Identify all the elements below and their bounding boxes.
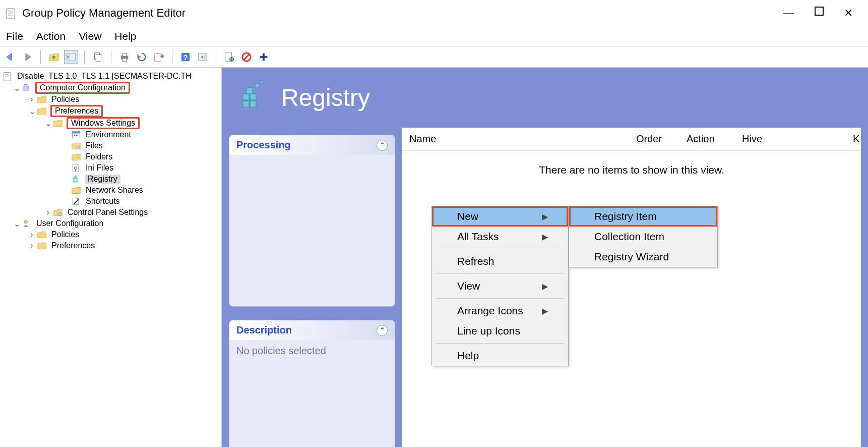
context-menu: New▶ All Tasks▶ Refresh View▶ Arrange Ic… <box>431 206 569 366</box>
tree-windows-settings[interactable]: Windows Settings <box>67 117 140 129</box>
toolbar: ? <box>0 46 868 68</box>
ctx-line-up-icons[interactable]: Line up Icons <box>432 321 568 341</box>
svg-rect-35 <box>73 181 75 183</box>
chevron-right-icon: ▶ <box>542 282 548 291</box>
print-button[interactable] <box>117 50 132 64</box>
svg-rect-26 <box>73 131 80 133</box>
options-button[interactable] <box>222 50 236 64</box>
export-button[interactable] <box>152 50 166 64</box>
context-submenu-new: Registry Item Collection Item Registry W… <box>569 206 718 267</box>
show-hide-action-pane-button[interactable] <box>196 50 210 64</box>
tree-shortcuts[interactable]: Shortcuts <box>85 197 121 206</box>
minimize-button[interactable]: — <box>783 7 794 20</box>
tree-preferences[interactable]: Preferences <box>50 105 103 117</box>
processing-title: Processing <box>236 139 291 151</box>
svg-rect-7 <box>96 54 101 61</box>
ctx-collection-item[interactable]: Collection Item <box>569 227 717 247</box>
tree-pane: Disable_TLS 1.0_TLS 1.1 [SECMASTER-DC.TH… <box>0 68 222 447</box>
svg-rect-46 <box>246 88 253 94</box>
menu-view[interactable]: View <box>79 30 101 42</box>
tree-root-label: Disable_TLS 1.0_TLS 1.1 [SECMASTER-DC.TH <box>16 72 193 81</box>
svg-line-19 <box>244 54 250 60</box>
svg-rect-45 <box>250 101 256 107</box>
tree-network-shares[interactable]: Network Shares <box>85 186 144 195</box>
chevron-right-icon: ▶ <box>542 212 548 221</box>
maximize-button[interactable] <box>815 7 824 16</box>
tree-files[interactable]: Files <box>85 141 104 150</box>
tree-ini-files[interactable]: Ini Files <box>85 163 114 173</box>
svg-point-41 <box>24 220 28 224</box>
content-pane: Registry Processing⌃ Description⌃ No pol… <box>222 68 868 447</box>
svg-rect-16 <box>225 52 232 61</box>
menu-action[interactable]: Action <box>36 30 66 42</box>
help-button[interactable]: ? <box>178 50 193 64</box>
col-action[interactable]: Action <box>679 133 735 145</box>
svg-rect-23 <box>23 86 29 90</box>
collapse-icon[interactable]: ⌃ <box>377 140 388 151</box>
ctx-view[interactable]: View▶ <box>432 276 568 296</box>
svg-point-40 <box>58 212 61 216</box>
tree-environment[interactable]: Environment <box>85 130 132 139</box>
svg-rect-47 <box>255 84 259 88</box>
list-header: Name Order Action Hive K <box>402 128 861 151</box>
description-panel: Description⌃ No policies selected <box>229 320 395 447</box>
svg-rect-36 <box>76 181 78 183</box>
tree-computer-configuration[interactable]: Computer Configuration <box>35 82 130 94</box>
window-controls: — ✕ <box>783 7 863 20</box>
ctx-refresh[interactable]: Refresh <box>432 251 568 271</box>
registry-icon <box>238 79 270 117</box>
chevron-right-icon: ▶ <box>542 232 548 242</box>
svg-point-29 <box>77 146 80 149</box>
menu-help[interactable]: Help <box>114 30 136 42</box>
copy-button[interactable] <box>91 50 105 64</box>
content-header: Registry <box>222 68 868 128</box>
svg-rect-44 <box>243 101 249 107</box>
show-hide-tree-button[interactable] <box>64 50 78 64</box>
description-text: No policies selected <box>236 345 326 356</box>
close-button[interactable]: ✕ <box>844 7 853 20</box>
empty-message: There are no items to show in this view. <box>402 164 861 176</box>
ctx-registry-wizard[interactable]: Registry Wizard <box>569 247 717 267</box>
up-button[interactable] <box>47 50 61 64</box>
ctx-all-tasks[interactable]: All Tasks▶ <box>432 227 568 247</box>
refresh-button[interactable] <box>135 50 149 64</box>
tree-user-policies[interactable]: Policies <box>50 230 80 239</box>
svg-rect-37 <box>75 176 77 178</box>
tree-user-configuration[interactable]: User Configuration <box>35 219 104 228</box>
forward-button[interactable] <box>20 50 34 64</box>
svg-rect-10 <box>122 58 127 61</box>
content-title: Registry <box>281 84 370 111</box>
tree-folders[interactable]: Folders <box>85 152 113 161</box>
list-area[interactable]: Name Order Action Hive K There are no it… <box>402 128 861 447</box>
col-hive[interactable]: Hive <box>735 133 846 145</box>
add-button[interactable] <box>257 50 271 64</box>
tree-registry[interactable]: Registry <box>85 175 120 184</box>
svg-point-28 <box>76 135 78 136</box>
tree-user-preferences[interactable]: Preferences <box>50 241 96 250</box>
svg-rect-48 <box>260 81 263 84</box>
tree-policies[interactable]: Policies <box>50 95 80 104</box>
menubar: File Action View Help <box>0 26 868 46</box>
collapse-icon[interactable]: ⌃ <box>377 325 388 336</box>
menu-file[interactable]: File <box>6 30 23 42</box>
window-title: Group Policy Management Editor <box>22 7 783 20</box>
stop-button[interactable] <box>239 50 254 64</box>
ctx-help[interactable]: Help <box>432 346 568 366</box>
chevron-right-icon: ▶ <box>542 306 548 316</box>
back-button[interactable] <box>3 50 17 64</box>
tree-root[interactable]: Disable_TLS 1.0_TLS 1.1 [SECMASTER-DC.TH <box>2 71 219 82</box>
col-k[interactable]: K <box>846 133 861 145</box>
svg-rect-43 <box>250 94 256 100</box>
col-name[interactable]: Name <box>402 133 629 145</box>
ctx-registry-item[interactable]: Registry Item <box>569 206 717 227</box>
svg-rect-15 <box>204 53 207 61</box>
ctx-arrange-icons[interactable]: Arrange Icons▶ <box>432 301 568 321</box>
svg-rect-9 <box>122 53 127 56</box>
svg-point-38 <box>73 193 80 194</box>
svg-rect-42 <box>243 94 249 100</box>
col-order[interactable]: Order <box>629 133 679 145</box>
svg-rect-11 <box>155 53 161 61</box>
ctx-new[interactable]: New▶ <box>432 206 568 227</box>
svg-text:?: ? <box>183 53 188 61</box>
tree-control-panel-settings[interactable]: Control Panel Settings <box>67 208 149 217</box>
